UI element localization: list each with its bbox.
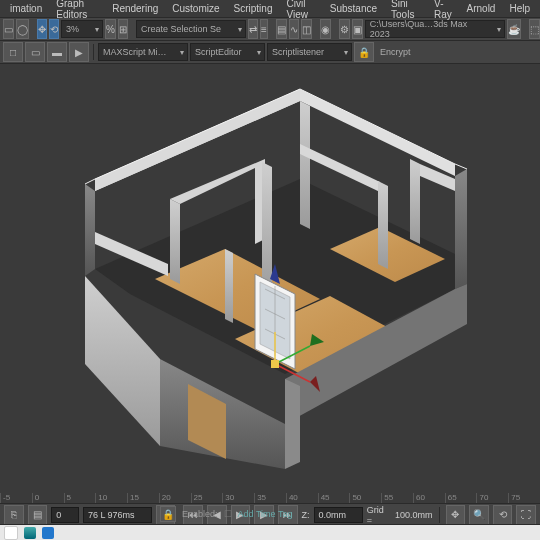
tool-select-icon[interactable]: ▭ xyxy=(3,19,14,39)
svg-marker-13 xyxy=(170,199,180,284)
nav-pan-icon[interactable]: ✥ xyxy=(446,505,466,525)
tool-move-icon[interactable]: ✥ xyxy=(37,19,47,39)
tool-align-icon[interactable]: ≡ xyxy=(260,19,268,39)
tool-rotate-icon[interactable]: ⟲ xyxy=(49,19,59,39)
tool-a-icon[interactable]: ⬚ xyxy=(529,19,540,39)
z-field[interactable]: 0.0mm xyxy=(314,507,363,523)
tool-render-setup-icon[interactable]: ⚙ xyxy=(339,19,350,39)
tool-scale-icon[interactable]: % xyxy=(105,19,116,39)
menu-animation[interactable]: imation xyxy=(4,1,48,16)
svg-marker-22 xyxy=(225,249,233,323)
tool-layer-icon[interactable]: ▤ xyxy=(276,19,287,39)
svg-marker-5 xyxy=(85,184,95,276)
tool-curve-icon[interactable]: ∿ xyxy=(289,19,299,39)
project-path-combo[interactable]: C:\Users\Qua…3ds Max 2023 xyxy=(365,20,505,38)
script-combo-2[interactable]: ScriptEditor xyxy=(190,43,265,61)
tool-material-icon[interactable]: ◉ xyxy=(320,19,331,39)
add-time-tag[interactable]: Add Time Tag xyxy=(238,509,293,519)
st-run-icon[interactable]: ▶ xyxy=(69,42,89,62)
separator xyxy=(93,44,94,60)
main-toolbar: ▭ ◯ ✥ ⟲ 3% % ⊞ Create Selection Se ⇄ ≡ ▤… xyxy=(0,18,540,41)
st-open-icon[interactable]: ▭ xyxy=(25,42,45,62)
lock-icon[interactable]: 🔒 xyxy=(160,506,176,522)
svg-marker-18 xyxy=(300,144,380,192)
tool-schematic-icon[interactable]: ◫ xyxy=(301,19,312,39)
taskbar-app-icon[interactable] xyxy=(4,526,18,540)
taskbar-app-icon[interactable] xyxy=(24,527,36,539)
menu-substance[interactable]: Substance xyxy=(324,1,383,16)
tool-render-icon[interactable]: ☕ xyxy=(507,19,521,39)
script-mini-icon[interactable]: ⎘ xyxy=(4,505,24,525)
fps-field: 76 L 976ms xyxy=(83,507,152,523)
menu-help[interactable]: Help xyxy=(503,1,536,16)
encrypt-label[interactable]: Encrypt xyxy=(376,47,415,57)
menu-arnold[interactable]: Arnold xyxy=(461,1,502,16)
grid-value: 100.0mm xyxy=(395,510,433,520)
selection-set-combo[interactable]: Create Selection Se xyxy=(136,20,246,38)
tool-lasso-icon[interactable]: ◯ xyxy=(16,19,29,39)
main-menu-bar: imation Graph Editors Rendering Customiz… xyxy=(0,0,540,18)
z-label: Z: xyxy=(302,510,310,520)
nav-zoom-icon[interactable]: 🔍 xyxy=(469,505,489,525)
tool-ref-icon[interactable]: ⊞ xyxy=(118,19,128,39)
viewport-perspective[interactable] xyxy=(0,64,540,492)
separator xyxy=(439,507,440,523)
st-save-icon[interactable]: ▬ xyxy=(47,42,67,62)
svg-marker-7 xyxy=(455,169,467,289)
tool-mirror-icon[interactable]: ⇄ xyxy=(248,19,258,39)
svg-marker-20 xyxy=(410,159,420,244)
enabled-label: Enabled: xyxy=(182,509,218,519)
grid-label: Grid = xyxy=(367,505,391,525)
svg-rect-35 xyxy=(271,360,279,368)
script-combo-3[interactable]: Scriptlistener xyxy=(267,43,352,61)
os-taskbar xyxy=(0,525,540,540)
st-lock-icon[interactable]: 🔒 xyxy=(354,42,374,62)
nav-max-icon[interactable]: ⛶ xyxy=(516,505,536,525)
menu-rendering[interactable]: Rendering xyxy=(106,1,164,16)
menu-customize[interactable]: Customize xyxy=(166,1,225,16)
listener-icon[interactable]: ▤ xyxy=(28,505,48,525)
svg-marker-17 xyxy=(300,101,310,229)
script-toolbar: □ ▭ ▬ ▶ MAXScript Mi… ScriptEditor Scrip… xyxy=(0,41,540,64)
tool-render-frame-icon[interactable]: ▣ xyxy=(352,19,363,39)
percent-combo[interactable]: 3% xyxy=(61,20,103,38)
nav-orbit-icon[interactable]: ⟲ xyxy=(493,505,513,525)
st-new-icon[interactable]: □ xyxy=(3,42,23,62)
taskbar-app-icon[interactable] xyxy=(42,527,54,539)
svg-marker-11 xyxy=(285,379,300,469)
script-combo-1[interactable]: MAXScript Mi… xyxy=(98,43,188,61)
menu-scripting[interactable]: Scripting xyxy=(228,1,279,16)
svg-marker-19 xyxy=(378,181,388,269)
frame-field[interactable]: 0 xyxy=(51,507,79,523)
